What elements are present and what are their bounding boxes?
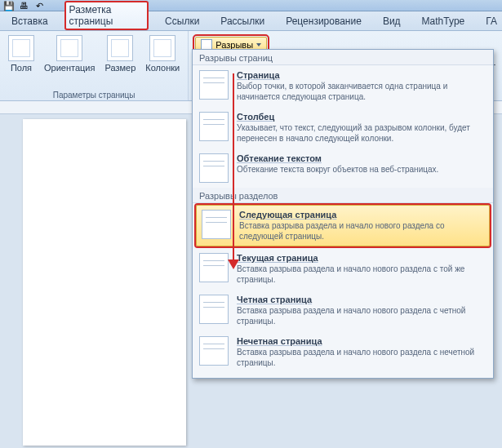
orientation-button[interactable]: Ориентация xyxy=(41,33,98,74)
tab-view[interactable]: Вид xyxy=(378,12,406,30)
callout-arrow-line xyxy=(233,73,234,261)
break-odd-page[interactable]: Нечетная страницаВставка разрыва раздела… xyxy=(193,331,493,373)
tab-mathtype[interactable]: MathType xyxy=(417,12,470,30)
chevron-down-icon xyxy=(256,43,261,47)
orientation-icon xyxy=(56,35,82,61)
break-page[interactable]: СтраницаВыбор точки, в которой заканчива… xyxy=(193,65,493,107)
tab-review[interactable]: Рецензирование xyxy=(281,12,367,30)
size-icon xyxy=(107,35,133,61)
page-setup-group: Поля Ориентация Размер Колонки Параметры… xyxy=(0,31,189,100)
save-icon[interactable]: 💾 xyxy=(3,1,15,11)
odd-page-break-icon xyxy=(199,336,229,366)
tab-page-layout[interactable]: Разметка страницы xyxy=(64,1,149,30)
break-even-page[interactable]: Четная страницаВставка разрыва раздела и… xyxy=(193,290,493,331)
column-break-icon xyxy=(199,112,229,141)
break-next-page[interactable]: Следующая страницаВставка разрыва раздел… xyxy=(196,205,490,246)
tab-ga[interactable]: ГА xyxy=(481,12,502,30)
break-column[interactable]: СтолбецУказывает, что текст, следующий з… xyxy=(193,107,493,149)
tab-insert[interactable]: Вставка xyxy=(7,12,53,30)
undo-icon[interactable]: ↶ xyxy=(36,1,47,11)
columns-icon xyxy=(149,35,175,61)
tab-references[interactable]: Ссылки xyxy=(160,12,204,30)
print-icon[interactable]: 🖶 xyxy=(20,1,31,11)
size-button[interactable]: Размер xyxy=(101,33,139,74)
tab-mailings[interactable]: Рассылки xyxy=(215,12,269,30)
callout-arrow-head xyxy=(228,259,239,269)
section-section-breaks: Разрывы разделов xyxy=(193,188,493,203)
page-break-icon xyxy=(199,70,229,100)
textwrap-break-icon xyxy=(199,153,229,183)
ribbon-tabs: Вставка Разметка страницы Ссылки Рассылк… xyxy=(0,11,502,31)
group-label: Параметры страницы xyxy=(5,89,183,100)
continuous-break-icon xyxy=(199,253,229,282)
next-page-break-icon xyxy=(202,210,231,239)
margins-button[interactable]: Поля xyxy=(5,33,38,74)
breaks-dropdown: Разрывы страниц СтраницаВыбор точки, в к… xyxy=(192,49,494,379)
break-text-wrapping[interactable]: Обтекание текстомОбтекание текста вокруг… xyxy=(193,149,493,188)
columns-button[interactable]: Колонки xyxy=(142,33,183,74)
page[interactable] xyxy=(23,119,186,446)
section-page-breaks: Разрывы страниц xyxy=(193,50,493,65)
margins-icon xyxy=(8,35,34,61)
even-page-break-icon xyxy=(199,295,229,324)
